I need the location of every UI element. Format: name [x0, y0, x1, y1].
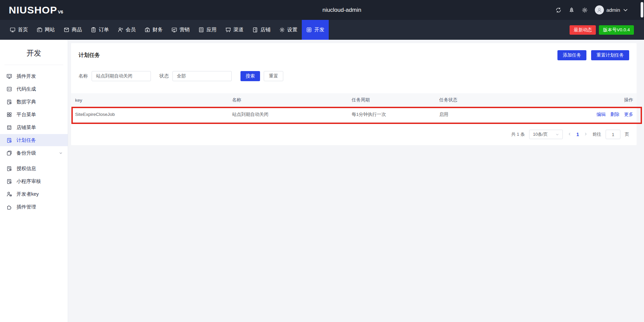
schedule-task-icon	[6, 137, 12, 143]
page-title: 计划任务	[78, 52, 100, 59]
goto-page-input[interactable]	[606, 130, 620, 139]
filter-bar: 名称 状态 搜索 重置	[71, 71, 637, 81]
chevron-left-icon	[568, 132, 572, 136]
nav-item-member[interactable]: 会员	[113, 20, 140, 40]
nav-item-label: 会员	[126, 27, 136, 33]
sidebar-item-developer-key[interactable]: 开发者key	[0, 188, 68, 200]
nav-item-order[interactable]: 订单	[86, 20, 113, 40]
sidebar-item-data-dict[interactable]: 数据字典	[0, 96, 68, 108]
page-unit-label: 页	[625, 131, 629, 137]
add-task-button[interactable]: 添加任务	[557, 50, 586, 60]
miniapp-audit-icon	[6, 179, 12, 184]
logo-text: NIUSHOP	[9, 4, 57, 16]
cell-key: SiteExpireCloseJob	[71, 112, 232, 117]
sidebar-title: 开发	[0, 40, 68, 65]
page-size-value: 10条/页	[533, 131, 548, 137]
sidebar-item-backup-upgrade[interactable]: 备份升级	[0, 147, 68, 159]
name-filter-input[interactable]	[92, 71, 151, 81]
table-header-cell: 名称	[232, 97, 352, 103]
nav-item-label: 渠道	[233, 27, 244, 33]
sidebar-item-plugin-dev[interactable]: 插件开发	[0, 70, 68, 82]
chevron-down-icon	[555, 133, 559, 136]
reset-button[interactable]: 重置	[264, 71, 283, 81]
next-page-button[interactable]	[583, 132, 588, 137]
nav-item-goods[interactable]: 商品	[59, 20, 86, 40]
latest-news-button[interactable]: 最新动态	[570, 25, 596, 35]
store-menu-icon	[6, 125, 12, 130]
cell-actions: 编辑删除更多	[562, 111, 637, 118]
gear-icon[interactable]	[582, 7, 588, 13]
nav-item-website[interactable]: 网站	[32, 20, 59, 40]
more-link[interactable]: 更多	[624, 111, 633, 118]
scrollbar-thumb[interactable]	[641, 2, 643, 18]
app-logo: NIUSHOP V6	[9, 4, 63, 16]
schedule-task-card: 计划任务 添加任务 重置计划任务 名称 状态 搜索 重置 key名称任务周期任务…	[71, 43, 637, 145]
platform-menu-icon	[6, 112, 12, 118]
page-number-1[interactable]: 1	[576, 132, 579, 137]
reset-plan-tasks-button[interactable]: 重置计划任务	[591, 50, 629, 60]
rocket-icon[interactable]	[569, 7, 575, 13]
goto-label: 前往	[592, 131, 601, 137]
table-body: SiteExpireCloseJob站点到期自动关闭每1分钟执行一次启用编辑删除…	[71, 107, 637, 122]
sidebar-items: 插件开发代码生成数据字典平台菜单店铺菜单计划任务备份升级授权信息小程序审核开发者…	[0, 65, 68, 213]
sidebar-item-label: 开发者key	[17, 191, 39, 197]
edit-link[interactable]: 编辑	[597, 111, 606, 118]
delete-link[interactable]: 删除	[610, 111, 619, 118]
window-title: niucloud-admin	[322, 7, 361, 13]
nav-item-label: 设置	[287, 27, 297, 33]
avatar	[595, 5, 604, 14]
table-header-cell: 任务状态	[439, 97, 562, 103]
nav-item-label: 应用	[206, 27, 217, 33]
marketing-icon	[171, 27, 177, 33]
order-icon	[91, 27, 96, 33]
sidebar-item-label: 授权信息	[17, 165, 36, 172]
nav-item-home[interactable]: 首页	[5, 20, 32, 40]
search-button[interactable]: 搜索	[240, 71, 260, 81]
nav-item-label: 开发	[314, 27, 324, 33]
logo-version: V6	[58, 9, 63, 14]
sidebar-item-label: 计划任务	[17, 137, 36, 143]
sidebar-item-store-menu[interactable]: 店铺菜单	[0, 121, 68, 133]
username: admin	[606, 7, 620, 13]
sidebar-item-platform-menu[interactable]: 平台菜单	[0, 108, 68, 121]
prev-page-button[interactable]	[567, 132, 572, 137]
sidebar-item-miniapp-audit[interactable]: 小程序审核	[0, 175, 68, 187]
data-dict-icon	[6, 99, 12, 105]
nav-item-label: 商品	[72, 27, 82, 33]
dev-icon	[306, 27, 312, 33]
nav-item-marketing[interactable]: 营销	[167, 20, 194, 40]
table-header-cell: key	[71, 98, 232, 103]
version-button[interactable]: 版本号V0.0.4	[599, 25, 634, 35]
chevron-right-icon	[584, 132, 588, 136]
nav-item-store[interactable]: 店铺	[248, 20, 275, 40]
website-icon	[37, 27, 42, 33]
nav-item-channel[interactable]: 渠道	[221, 20, 248, 40]
finance-icon	[144, 27, 150, 33]
sidebar-item-code-gen[interactable]: 代码生成	[0, 83, 68, 95]
navbar-right: 最新动态 版本号V0.0.4	[570, 25, 644, 35]
chevron-down-icon	[59, 151, 63, 155]
sidebar-item-label: 店铺菜单	[17, 124, 36, 131]
sidebar-item-auth-info[interactable]: 授权信息	[0, 162, 68, 174]
topbar-actions: admin	[555, 5, 644, 14]
nav-item-settings[interactable]: 设置	[275, 20, 302, 40]
home-icon	[10, 27, 15, 33]
nav-item-label: 首页	[18, 27, 28, 33]
nav-item-dev[interactable]: 开发	[302, 20, 329, 40]
status-filter-input[interactable]	[172, 71, 232, 81]
refresh-icon[interactable]	[555, 7, 561, 13]
sidebar-item-label: 数据字典	[17, 99, 36, 105]
task-table: key名称任务周期任务状态操作 SiteExpireCloseJob站点到期自动…	[71, 93, 637, 122]
main-navbar: 首页网站商品订单会员财务营销应用渠道店铺设置开发 最新动态 版本号V0.0.4	[0, 20, 644, 40]
sidebar-item-plugin-manage[interactable]: 插件管理	[0, 201, 68, 213]
nav-item-app[interactable]: 应用	[194, 20, 221, 40]
sidebar: 开发 插件开发代码生成数据字典平台菜单店铺菜单计划任务备份升级授权信息小程序审核…	[0, 40, 68, 322]
page-size-select[interactable]: 10条/页	[529, 130, 563, 139]
goods-icon	[64, 27, 69, 33]
nav-item-finance[interactable]: 财务	[140, 20, 167, 40]
user-menu[interactable]: admin	[595, 5, 629, 14]
total-count: 共 1 条	[511, 131, 525, 137]
sidebar-item-schedule-task[interactable]: 计划任务	[0, 134, 68, 146]
channel-icon	[225, 27, 231, 33]
status-filter-label: 状态	[159, 73, 169, 79]
